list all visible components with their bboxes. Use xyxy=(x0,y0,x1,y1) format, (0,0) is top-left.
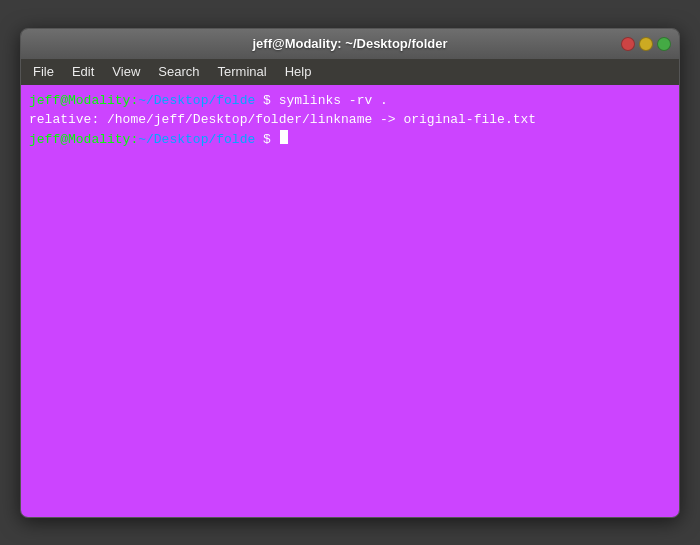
terminal-line-3: jeff@Modality:~/Desktop/folde $ xyxy=(29,130,671,150)
terminal-line-1: jeff@Modality:~/Desktop/folde $ symlinks… xyxy=(29,91,671,111)
window-controls xyxy=(621,37,671,51)
prompt-path-3: ~/Desktop/folde xyxy=(138,130,255,150)
terminal-cursor xyxy=(280,130,288,144)
titlebar: jeff@Modality: ~/Desktop/folder xyxy=(21,29,679,59)
menu-help[interactable]: Help xyxy=(277,62,320,81)
window-title: jeff@Modality: ~/Desktop/folder xyxy=(252,36,447,51)
menu-terminal[interactable]: Terminal xyxy=(210,62,275,81)
prompt-path-1: ~/Desktop/folde xyxy=(138,91,255,111)
terminal-output-1: relative: /home/jeff/Desktop/folder/link… xyxy=(29,110,671,130)
minimize-button[interactable] xyxy=(639,37,653,51)
menu-search[interactable]: Search xyxy=(150,62,207,81)
menubar: File Edit View Search Terminal Help xyxy=(21,59,679,85)
prompt-user-1: jeff@Modality: xyxy=(29,91,138,111)
prompt-symbol-3: $ xyxy=(255,130,278,150)
close-button[interactable] xyxy=(621,37,635,51)
terminal-window: jeff@Modality: ~/Desktop/folder File Edi… xyxy=(20,28,680,518)
command-1: symlinks -rv . xyxy=(279,91,388,111)
maximize-button[interactable] xyxy=(657,37,671,51)
menu-file[interactable]: File xyxy=(25,62,62,81)
menu-view[interactable]: View xyxy=(104,62,148,81)
prompt-user-3: jeff@Modality: xyxy=(29,130,138,150)
prompt-symbol-1: $ xyxy=(255,91,278,111)
terminal-body[interactable]: jeff@Modality:~/Desktop/folde $ symlinks… xyxy=(21,85,679,517)
menu-edit[interactable]: Edit xyxy=(64,62,102,81)
